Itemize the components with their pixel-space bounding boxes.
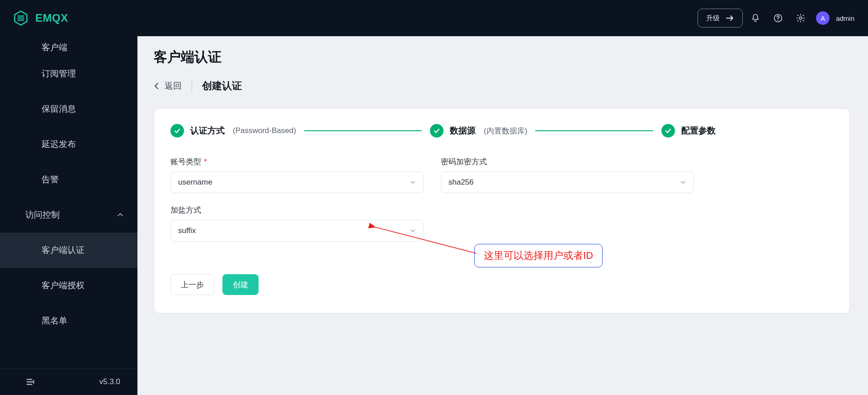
account-type-select[interactable]: username [170, 171, 424, 193]
user-name: admin [836, 14, 854, 22]
select-value: suffix [178, 226, 196, 235]
step-auth-method: 认证方式 (Password-Based) [170, 124, 296, 138]
sidebar-item-retained[interactable]: 保留消息 [0, 91, 137, 127]
back-link[interactable]: 返回 [154, 80, 182, 92]
step-config: 配置参数 [661, 124, 716, 138]
sidebar: 客户端 订阅管理 保留消息 延迟发布 告警 访问控制 客户端认证 客户端授权 黑… [0, 36, 137, 395]
page-title: 客户端认证 [154, 48, 850, 67]
sidebar-footer: v5.3.0 [0, 368, 137, 395]
upgrade-label: 升级 [706, 14, 720, 23]
sidebar-item-label: 延迟发布 [42, 138, 76, 150]
gear-icon [796, 13, 806, 23]
step-title: 认证方式 [190, 125, 225, 137]
annotation-text: 这里可以选择用户或者ID [474, 244, 603, 267]
step-connector [304, 130, 422, 131]
breadcrumb-separator [192, 80, 192, 92]
sidebar-item-label: 告警 [42, 174, 59, 186]
upgrade-button[interactable]: 升级 [698, 9, 743, 28]
account-type-label: 账号类型* [170, 157, 424, 167]
sidebar-item-label: 客户端认证 [42, 244, 85, 256]
help-button[interactable] [768, 13, 788, 23]
sidebar-item-clients[interactable]: 客户端 [0, 39, 137, 56]
app-header: EMQX 升级 A admin [0, 0, 868, 36]
create-button[interactable]: 创建 [222, 274, 259, 295]
step-data-source: 数据源 (内置数据库) [430, 124, 527, 138]
sidebar-item-alarms[interactable]: 告警 [0, 162, 137, 197]
arrow-right-icon [726, 15, 734, 21]
sidebar-section-label: 访问控制 [25, 209, 60, 221]
svg-point-5 [778, 20, 778, 21]
step-connector [535, 130, 653, 131]
breadcrumb: 返回 创建认证 [154, 79, 850, 93]
salt-label: 加盐方式 [170, 205, 424, 215]
wizard-steps: 认证方式 (Password-Based) 数据源 (内置数据库) 配置 [170, 124, 833, 138]
help-circle-icon [773, 13, 783, 23]
select-value: username [178, 178, 212, 187]
hash-label: 密码加密方式 [441, 157, 694, 167]
form-card: 认证方式 (Password-Based) 数据源 (内置数据库) 配置 [154, 108, 850, 314]
sidebar-item-label: 订阅管理 [42, 68, 76, 80]
sidebar-item-label: 客户端 [42, 42, 67, 53]
required-asterisk: * [204, 157, 207, 167]
prev-button[interactable]: 上一步 [170, 274, 214, 295]
step-check-icon [170, 124, 184, 138]
svg-point-6 [799, 17, 802, 19]
chevron-up-icon [117, 211, 124, 219]
svg-line-8 [375, 227, 476, 253]
chevron-left-icon [154, 82, 159, 90]
bell-icon [750, 13, 760, 23]
brand-name: EMQX [35, 12, 68, 24]
logo-hex-icon [13, 10, 29, 26]
back-label: 返回 [165, 80, 182, 92]
version-label: v5.3.0 [99, 377, 120, 386]
step-sub: (内置数据库) [484, 126, 527, 136]
select-value: sha256 [448, 178, 474, 187]
sidebar-item-authn[interactable]: 客户端认证 [0, 233, 137, 268]
sidebar-item-label: 客户端授权 [42, 280, 85, 291]
step-sub: (Password-Based) [233, 126, 296, 135]
breadcrumb-current: 创建认证 [202, 79, 242, 93]
settings-button[interactable] [791, 13, 811, 23]
sidebar-collapse-icon[interactable] [25, 377, 35, 387]
chevron-down-icon [680, 179, 686, 186]
sidebar-section-access-control[interactable]: 访问控制 [0, 197, 137, 233]
notifications-button[interactable] [745, 13, 765, 23]
step-check-icon [661, 124, 675, 138]
sidebar-item-label: 黑名单 [42, 315, 67, 327]
logo[interactable]: EMQX [13, 10, 68, 26]
sidebar-item-subscriptions[interactable]: 订阅管理 [0, 56, 137, 91]
main-content: 客户端认证 返回 创建认证 认证方式 (Pass [137, 36, 868, 395]
step-check-icon [430, 124, 443, 138]
sidebar-item-authz[interactable]: 客户端授权 [0, 268, 137, 303]
sidebar-item-label: 保留消息 [42, 103, 76, 115]
sidebar-item-banned[interactable]: 黑名单 [0, 303, 137, 338]
annotation-arrow [369, 222, 486, 262]
hash-select[interactable]: sha256 [441, 171, 694, 193]
form-actions: 上一步 创建 [170, 274, 833, 295]
step-title: 配置参数 [681, 125, 716, 137]
sidebar-item-delayed[interactable]: 延迟发布 [0, 127, 137, 162]
user-avatar: A [816, 11, 830, 25]
user-menu[interactable]: A admin [816, 11, 854, 25]
chevron-down-icon [410, 179, 416, 186]
step-title: 数据源 [450, 125, 476, 137]
